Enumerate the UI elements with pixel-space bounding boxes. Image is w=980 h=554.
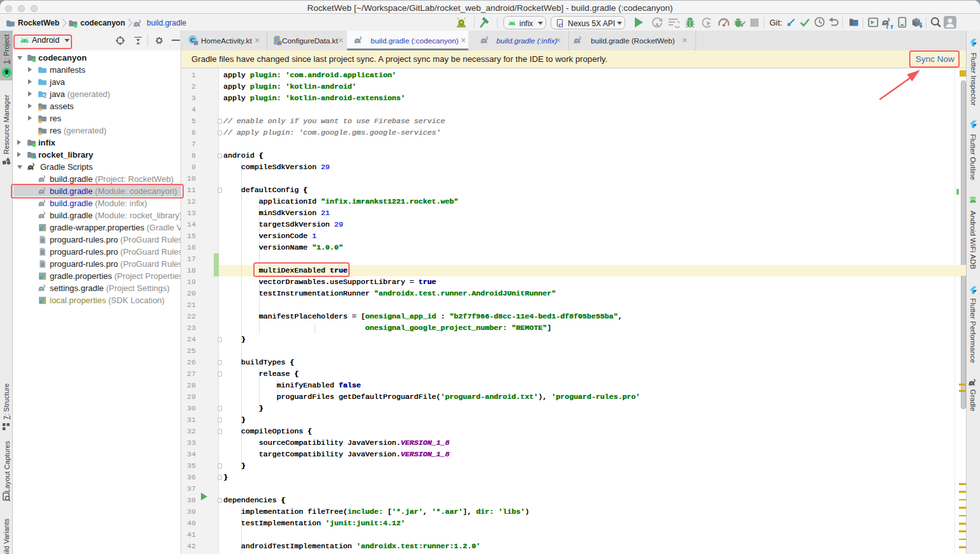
svg-text:A: A <box>655 22 659 27</box>
